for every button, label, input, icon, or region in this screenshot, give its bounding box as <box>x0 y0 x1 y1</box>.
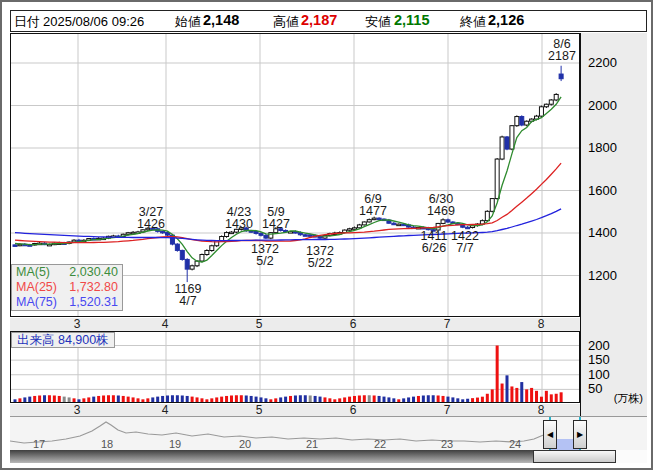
month-label: 3 <box>67 318 87 331</box>
annotation-low: 14227/7 <box>437 230 493 254</box>
low-label: 安値 <box>365 13 391 30</box>
high-label: 高値 <box>273 13 299 30</box>
open-label: 始値 <box>175 13 201 30</box>
ma-legend: MA(5) 2,030.40 MA(25) 1,732.80 MA(75) 1,… <box>11 264 123 311</box>
open-value: 2,148 <box>203 12 239 29</box>
volume-tick: 150 <box>588 352 610 367</box>
ma5-row: MA(5) 2,030.40 <box>12 265 122 280</box>
year-label: 21 <box>304 438 320 450</box>
scrollbar-thumb[interactable] <box>533 450 616 463</box>
month-label: 7 <box>437 318 457 331</box>
year-label: 18 <box>99 438 115 450</box>
annotation-latest: 8/62187 <box>534 38 590 62</box>
year-label: 24 <box>507 438 523 450</box>
month-label: 6 <box>343 318 363 331</box>
annotation-low: 11694/7 <box>160 283 216 307</box>
annotation-high: 5/91427 <box>248 206 304 230</box>
ma25-label: MA(25) <box>16 280 57 295</box>
month-label: 4 <box>155 318 175 331</box>
ma5-label: MA(5) <box>16 265 50 280</box>
horizontal-scrollbar[interactable] <box>10 450 647 463</box>
year-label: 22 <box>372 438 388 450</box>
close-label: 終値 <box>460 13 486 30</box>
navigator-left-handle[interactable]: ◀ <box>543 420 557 449</box>
quote-info-bar: 日付 2025/08/06 09:26 始値 2,148 高値 2,187 安値… <box>10 10 647 32</box>
price-tick: 2200 <box>588 55 617 70</box>
navigator-right-handle[interactable]: ▶ <box>573 420 587 449</box>
year-label: 19 <box>167 438 183 450</box>
volume-axis-unit: (万株) <box>581 391 643 406</box>
ma75-value: 1,520.31 <box>69 295 118 310</box>
year-label: 17 <box>31 438 47 450</box>
right-arrow-icon: ▶ <box>577 430 583 439</box>
ma25-row: MA(25) 1,732.80 <box>12 280 122 295</box>
month-label: 5 <box>249 318 269 331</box>
annotation-high: 3/271426 <box>123 206 179 230</box>
volume-tick: 100 <box>588 367 610 382</box>
price-tick: 1800 <box>588 140 617 155</box>
stock-chart-window: 日付 2025/08/06 09:26 始値 2,148 高値 2,187 安値… <box>0 0 653 470</box>
high-value: 2,187 <box>301 12 337 29</box>
price-tick: 1600 <box>588 183 617 198</box>
scrollbar-track-rest[interactable] <box>616 450 647 463</box>
volume-tick: 200 <box>588 338 610 353</box>
ma5-value: 2,030.40 <box>69 265 118 280</box>
volume-readout: 出来高 84,900株 <box>11 332 115 348</box>
price-axis: 2200 2000 1800 1600 1400 1200 200 150 10… <box>580 33 647 416</box>
ma25-value: 1,732.80 <box>69 280 118 295</box>
ma75-row: MA(75) 1,520.31 <box>12 295 122 310</box>
month-label: 8 <box>531 318 551 331</box>
close-value: 2,126 <box>488 12 524 29</box>
year-label: 20 <box>237 438 253 450</box>
date-label: 日付 <box>14 13 40 30</box>
low-value: 2,115 <box>394 12 430 29</box>
year-label: 23 <box>439 438 455 450</box>
ma75-label: MA(75) <box>16 295 57 310</box>
annotation-low: 13725/22 <box>292 245 348 269</box>
annotation-high: 6/91477 <box>345 193 401 217</box>
left-arrow-icon: ◀ <box>547 430 553 439</box>
month-axis-top: 3 4 5 6 7 8 <box>10 318 580 331</box>
price-tick: 1200 <box>588 268 617 283</box>
price-tick: 1400 <box>588 225 617 240</box>
annotation-low: 13725/2 <box>237 243 293 267</box>
range-navigator[interactable]: 17 18 19 20 21 22 23 24 ◀ ▶ <box>10 416 647 451</box>
annotation-high: 6/301469 <box>413 193 469 217</box>
date-value: 2025/08/06 09:26 <box>43 13 144 30</box>
price-tick: 2000 <box>588 98 617 113</box>
